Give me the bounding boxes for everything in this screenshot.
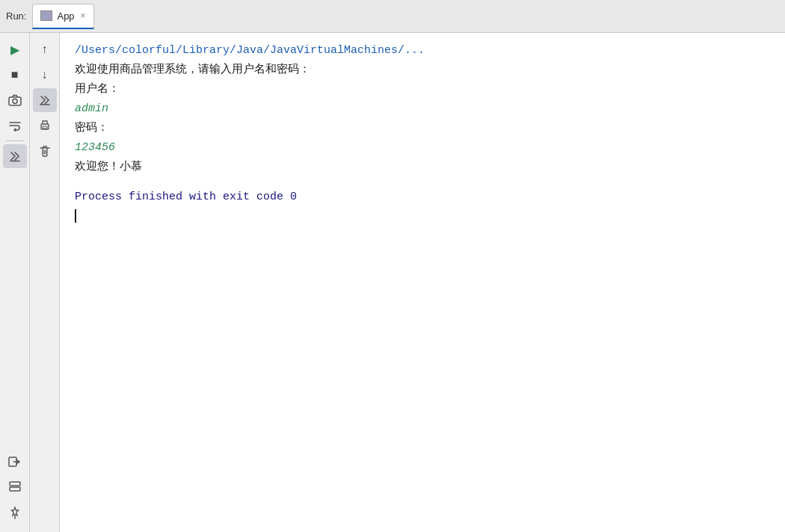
wrap-button[interactable] (3, 114, 27, 137)
login-button[interactable] (3, 450, 27, 474)
username-prompt: 用户名： (75, 81, 770, 99)
right-toolbar: ↑ ↓ (30, 33, 60, 532)
toolbar-separator-1 (6, 140, 24, 141)
password-prompt: 密码： (75, 120, 770, 137)
pin-button[interactable] (3, 501, 27, 525)
svg-rect-5 (10, 487, 20, 491)
rerun-button[interactable] (3, 88, 27, 112)
path-line: /Users/colorful/Library/Java/JavaVirtual… (75, 42, 770, 60)
cursor-line (75, 208, 770, 226)
print-button[interactable] (33, 114, 57, 137)
run-label: Run: (6, 10, 26, 22)
tab-close-button[interactable]: × (81, 10, 86, 21)
run-button[interactable]: ▶ (3, 37, 27, 61)
text-cursor (75, 209, 76, 223)
main-content: ▶ ■ (0, 33, 785, 532)
clear-button[interactable] (33, 139, 57, 163)
scroll-end-inner-button[interactable] (33, 88, 57, 112)
scroll-up-button[interactable]: ↑ (33, 37, 57, 61)
app-tab[interactable]: App × (32, 4, 93, 29)
tab-icon (40, 10, 52, 21)
stop-button[interactable]: ■ (3, 63, 27, 87)
welcome-line: 欢迎使用商品管理系统，请输入用户名和密码： (75, 61, 770, 79)
svg-rect-4 (10, 482, 20, 486)
svg-point-1 (13, 99, 17, 104)
scroll-down-button[interactable]: ↓ (33, 63, 57, 87)
tab-label: App (57, 10, 74, 22)
svg-rect-0 (9, 97, 21, 105)
console-output: /Users/colorful/Library/Java/JavaVirtual… (60, 33, 785, 532)
exit-line: Process finished with exit code 0 (75, 188, 770, 206)
svg-rect-9 (43, 126, 47, 129)
scroll-to-end-button[interactable] (3, 144, 27, 168)
welcome-user-line: 欢迎您！小慕 (75, 158, 770, 176)
stacked-frames-button[interactable] (3, 475, 27, 499)
top-bar: Run: App × (0, 0, 785, 33)
password-input: 123456 (75, 139, 770, 157)
left-toolbar: ▶ ■ (0, 33, 30, 532)
username-input: admin (75, 100, 770, 118)
